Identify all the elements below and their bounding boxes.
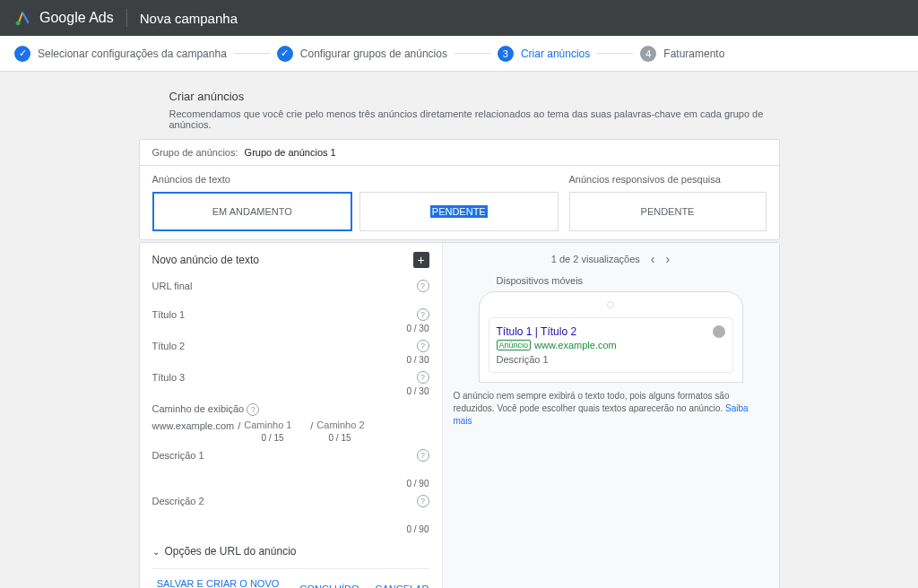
path1-input[interactable] xyxy=(244,419,307,431)
stepper: ✓ Selecionar configurações da campanha ✓… xyxy=(0,36,918,72)
prev-arrow-icon[interactable]: ‹ xyxy=(651,252,655,266)
ad-preview-title: Título 1 | Título 2 xyxy=(497,325,725,338)
device-label: Dispositivos móveis xyxy=(497,275,768,286)
next-arrow-icon[interactable]: › xyxy=(666,252,671,266)
counter: 0 / 30 xyxy=(152,324,429,333)
help-icon[interactable]: ? xyxy=(417,495,429,507)
step-number: 4 xyxy=(640,46,656,62)
logo: Google Ads xyxy=(14,9,114,27)
check-icon: ✓ xyxy=(14,46,30,62)
step-2[interactable]: ✓ Configurar grupos de anúncios xyxy=(277,46,447,62)
group-value: Grupo de anúncios 1 xyxy=(245,147,336,158)
brand-text: Google Ads xyxy=(39,10,114,26)
help-icon[interactable]: ? xyxy=(417,371,429,384)
header-divider xyxy=(126,9,127,27)
device-frame: Título 1 | Título 2 Anúncio www.example.… xyxy=(479,291,743,383)
ad-form: Novo anúncio de texto + URL final? Títul… xyxy=(140,243,442,588)
done-button[interactable]: CONCLUÍDO xyxy=(300,578,359,588)
step-1[interactable]: ✓ Selecionar configurações da campanha xyxy=(14,46,227,62)
app-header: Google Ads Nova campanha xyxy=(0,0,918,36)
help-icon[interactable]: ? xyxy=(417,340,429,352)
counter: 0 / 30 xyxy=(152,386,429,396)
svg-point-0 xyxy=(16,21,21,25)
preview-count: 1 de 2 visualizações xyxy=(551,254,640,264)
help-icon[interactable]: ? xyxy=(247,403,259,416)
final-url-field[interactable]: URL final? xyxy=(152,279,429,293)
save-and-new-button[interactable]: SALVAR E CRIAR O NOVO ANÚNCIO xyxy=(152,578,284,588)
add-button[interactable]: + xyxy=(413,252,429,268)
title1-field[interactable]: Título 1? xyxy=(152,307,429,322)
step-3[interactable]: 3 Criar anúncios xyxy=(498,46,590,62)
desc1-field[interactable]: Descrição 1? xyxy=(152,448,429,463)
help-icon[interactable]: ? xyxy=(417,280,429,292)
page-subtitle: Recomendamos que você crie pelo menos tr… xyxy=(169,108,780,130)
ad-preview-desc: Descrição 1 xyxy=(497,354,725,365)
form-title: Novo anúncio de texto xyxy=(152,254,259,266)
path2-input[interactable] xyxy=(316,419,379,431)
disclaimer: O anúncio nem sempre exibirá o texto tod… xyxy=(454,390,768,428)
ad-preview: Título 1 | Título 2 Anúncio www.example.… xyxy=(489,317,733,373)
ad-card-pending-1[interactable]: PENDENTE xyxy=(359,192,559,231)
cancel-button[interactable]: CANCELAR xyxy=(376,578,429,588)
step-number: 3 xyxy=(498,46,514,62)
ad-preview-url: www.example.com xyxy=(534,340,617,350)
editor-card: Novo anúncio de texto + URL final? Títul… xyxy=(139,242,780,588)
google-ads-icon xyxy=(14,9,32,27)
counter: 0 / 30 xyxy=(152,355,429,365)
help-icon[interactable]: ? xyxy=(417,308,429,321)
preview-panel: 1 de 2 visualizações ‹ › Dispositivos mó… xyxy=(442,243,779,588)
ad-card-inprogress[interactable]: EM ANDAMENTO xyxy=(152,192,353,231)
url-options-expand[interactable]: ⌄ Opções de URL do anúncio xyxy=(152,540,429,563)
step-line xyxy=(234,53,270,54)
counter: 0 / 90 xyxy=(152,479,429,489)
title3-field[interactable]: Título 3? xyxy=(152,370,429,385)
chevron-down-icon: ⌄ xyxy=(152,547,160,557)
campaign-title: Nova campanha xyxy=(140,11,238,26)
group-label: Grupo de anúncios: xyxy=(152,147,238,158)
step-line xyxy=(455,53,490,54)
counter: 0 / 90 xyxy=(152,524,429,534)
path-label: Caminho de exibição ? xyxy=(152,402,260,418)
page-title: Criar anúncios xyxy=(169,90,780,103)
text-ads-header: Anúncios de texto xyxy=(152,174,559,185)
title2-field[interactable]: Título 2? xyxy=(152,339,429,353)
step-line xyxy=(597,53,633,54)
desc2-field[interactable]: Descrição 2? xyxy=(152,494,429,508)
responsive-ads-header: Anúncios responsivos de pesquisa xyxy=(569,174,766,185)
display-path: www.example.com / / xyxy=(152,419,429,431)
help-icon[interactable]: ? xyxy=(417,449,429,462)
ad-badge: Anúncio xyxy=(497,340,532,350)
step-4[interactable]: 4 Faturamento xyxy=(640,46,724,62)
ad-group-card: Grupo de anúncios: Grupo de anúncios 1 A… xyxy=(139,139,780,240)
info-icon[interactable] xyxy=(713,325,725,338)
speaker-icon xyxy=(607,301,614,308)
ad-card-pending-2[interactable]: PENDENTE xyxy=(569,192,766,231)
check-icon: ✓ xyxy=(277,46,293,62)
